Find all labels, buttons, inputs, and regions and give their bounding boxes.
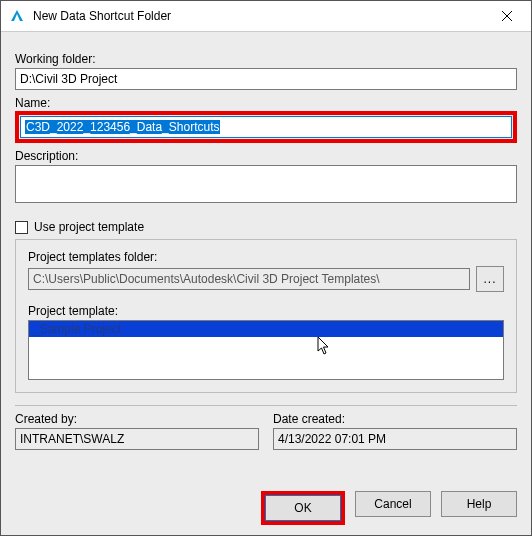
use-template-label: Use project template: [34, 220, 144, 234]
cancel-button[interactable]: Cancel: [355, 491, 431, 517]
name-label: Name:: [15, 96, 517, 110]
use-template-row[interactable]: Use project template: [15, 220, 517, 234]
template-group: Project templates folder: ... Project te…: [15, 239, 517, 393]
project-template-label: Project template:: [28, 304, 504, 318]
close-button[interactable]: [487, 1, 527, 31]
ok-highlight: OK: [261, 491, 345, 525]
button-row: OK Cancel Help: [1, 491, 531, 525]
created-by-label: Created by:: [15, 412, 259, 426]
meta-row: Created by: Date created:: [15, 412, 517, 450]
list-item[interactable]: _Sample Project: [29, 321, 503, 337]
help-button[interactable]: Help: [441, 491, 517, 517]
date-created-field: [273, 428, 517, 450]
working-folder-label: Working folder:: [15, 52, 517, 66]
templates-folder-label: Project templates folder:: [28, 250, 504, 264]
title-bar: New Data Shortcut Folder: [1, 1, 531, 32]
dialog-body: Working folder: Name: C3D_2022_123456_Da…: [1, 32, 531, 458]
ok-button[interactable]: OK: [265, 495, 341, 521]
description-label: Description:: [15, 149, 517, 163]
created-by-field: [15, 428, 259, 450]
templates-folder-field: [28, 268, 470, 290]
name-field[interactable]: C3D_2022_123456_Data_Shortcuts: [20, 116, 512, 138]
name-highlight: C3D_2022_123456_Data_Shortcuts: [15, 111, 517, 143]
description-field[interactable]: [15, 165, 517, 203]
working-folder-field[interactable]: [15, 68, 517, 90]
name-field-selection: C3D_2022_123456_Data_Shortcuts: [25, 120, 220, 134]
project-template-list[interactable]: _Sample Project: [28, 320, 504, 380]
browse-templates-button[interactable]: ...: [476, 266, 504, 292]
divider: [15, 405, 517, 406]
app-icon: [9, 8, 25, 24]
date-created-label: Date created:: [273, 412, 517, 426]
close-icon: [502, 11, 512, 21]
dialog-new-data-shortcut-folder: New Data Shortcut Folder Working folder:…: [0, 0, 532, 536]
dialog-title: New Data Shortcut Folder: [33, 9, 487, 23]
use-template-checkbox[interactable]: [15, 221, 28, 234]
ellipsis-icon: ...: [483, 272, 496, 286]
